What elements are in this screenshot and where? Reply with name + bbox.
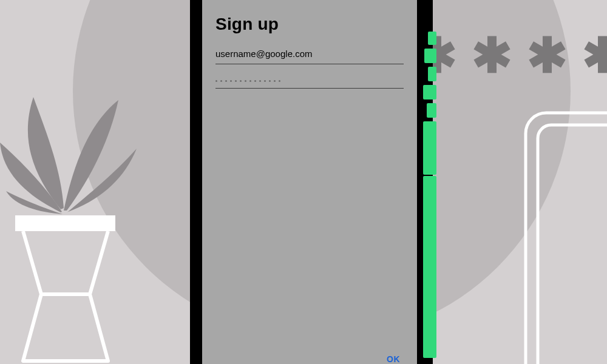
password-dot [259,80,261,82]
page-title: Sign up [215,15,404,34]
plant-illustration [0,76,152,364]
password-dot [264,80,266,82]
svg-rect-3 [538,125,607,364]
asterisk-icon: ✱ [527,32,570,80]
password-dot [254,80,256,82]
action-row: OK [215,349,404,364]
password-dot [235,80,237,82]
password-dot [225,80,227,82]
password-dot [215,80,217,82]
password-dot [274,80,276,82]
phone-side-accent [423,176,436,358]
password-field[interactable] [215,76,404,89]
password-dot [230,80,232,82]
phone-side-accent [423,85,436,99]
phone-side-accent [427,103,436,118]
password-dot [245,80,246,82]
password-dot [249,80,251,82]
phone-side-accent [423,121,436,175]
svg-rect-0 [15,215,115,231]
password-dot [269,80,271,82]
asterisk-icon: ✱ [582,32,607,80]
phone-screen: Sign up OK [202,0,417,364]
password-dot [220,80,222,82]
phone-side-accent [424,49,436,63]
asterisk-icon: ✱ [472,32,515,80]
phone-side-accent [428,32,436,45]
password-asterisks-illustration: ✱ ✱ ✱ ✱ [416,32,607,80]
password-dot [240,80,242,82]
secondary-phone-outline [522,109,607,364]
password-dot [279,80,280,82]
spacer [215,101,404,349]
phone-side-accent [428,67,436,81]
primary-phone-mock: Sign up OK [190,0,433,364]
email-field[interactable] [215,45,404,64]
illustration-stage: ✱ ✱ ✱ ✱ Sign up OK [0,0,607,364]
ok-button[interactable]: OK [383,349,404,364]
